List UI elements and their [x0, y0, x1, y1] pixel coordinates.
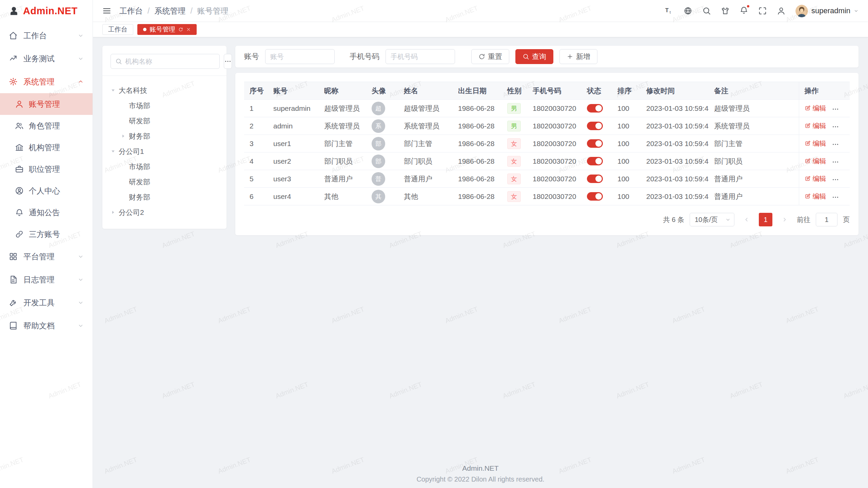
more-actions-button[interactable]: [832, 158, 839, 166]
edit-button[interactable]: 编辑: [805, 121, 826, 130]
status-toggle[interactable]: [587, 157, 603, 165]
caret-collapsed-icon[interactable]: [121, 134, 126, 139]
sidebar-item-help-docs[interactable]: 帮助文档: [0, 314, 93, 337]
column-header-nickname: 昵称: [319, 82, 366, 100]
tree-node[interactable]: 财务部: [111, 128, 218, 144]
status-toggle[interactable]: [587, 104, 603, 113]
sidebar-item-label: 通知公告: [29, 207, 60, 218]
edit-button[interactable]: 编辑: [805, 174, 826, 183]
account-input[interactable]: [265, 49, 335, 64]
search-button[interactable]: 查询: [515, 49, 553, 64]
row-avatar: 部: [372, 155, 385, 168]
language-icon[interactable]: [684, 6, 692, 15]
sidebar-item-label: 系统管理: [23, 77, 55, 87]
more-actions-button[interactable]: [832, 105, 839, 113]
notification-button[interactable]: [739, 6, 748, 16]
tab-account-management[interactable]: 账号管理: [137, 24, 197, 35]
status-toggle[interactable]: [587, 122, 603, 130]
tree-node-label: 市场部: [129, 101, 150, 110]
tree-node[interactable]: 大名科技: [111, 83, 218, 98]
status-toggle[interactable]: [587, 139, 603, 148]
search-label: 查询: [532, 52, 546, 61]
gender-tag: 女: [507, 191, 521, 202]
refresh-icon[interactable]: [178, 27, 183, 32]
edit-button[interactable]: 编辑: [805, 104, 826, 113]
org-search-field[interactable]: [125, 58, 215, 65]
page-number-button[interactable]: 1: [759, 213, 772, 226]
sidebar-item-business-test[interactable]: 业务测试: [0, 47, 93, 70]
cell-name: 部门职员: [398, 152, 453, 170]
caret-expanded-icon[interactable]: [111, 149, 116, 154]
org-tree: 大名科技 市场部 研发部 财务部: [111, 83, 218, 220]
edit-button[interactable]: 编辑: [805, 157, 826, 166]
logo[interactable]: Admin.NET: [0, 0, 93, 22]
sidebar-item-account-management[interactable]: 账号管理: [0, 93, 93, 115]
close-icon[interactable]: [186, 27, 191, 32]
column-header-name: 姓名: [398, 82, 453, 100]
tree-node[interactable]: 分公司2: [111, 205, 218, 220]
org-more-button[interactable]: [224, 54, 232, 69]
edit-button[interactable]: 编辑: [805, 192, 826, 201]
tab-workbench[interactable]: 工作台: [102, 24, 133, 35]
next-page-button[interactable]: [778, 213, 791, 226]
sidebar-item-log-management[interactable]: 日志管理: [0, 268, 93, 291]
sidebar-item-position-management[interactable]: 职位管理: [0, 158, 93, 180]
header-actions: Tt superadmin: [665, 5, 859, 17]
tree-node[interactable]: 研发部: [111, 113, 218, 128]
grid-icon: [9, 252, 18, 261]
breadcrumb-item[interactable]: 系统管理: [154, 6, 185, 16]
status-toggle[interactable]: [587, 192, 603, 201]
goto-page-input[interactable]: [816, 213, 837, 226]
add-button[interactable]: 新增: [559, 49, 597, 64]
user-outline-icon[interactable]: [777, 6, 786, 15]
sidebar-item-third-party-account[interactable]: 三方账号: [0, 223, 93, 245]
cell-account: user3: [268, 170, 319, 188]
more-actions-button[interactable]: [832, 194, 839, 201]
phone-input[interactable]: [386, 49, 455, 64]
tree-node[interactable]: 市场部: [111, 159, 218, 174]
more-actions-button[interactable]: [832, 176, 839, 183]
user-menu[interactable]: superadmin: [795, 5, 859, 17]
tree-node[interactable]: 研发部: [111, 174, 218, 189]
sidebar-item-org-management[interactable]: 机构管理: [0, 137, 93, 158]
cell-birth: 1986-06-28: [453, 135, 502, 152]
more-icon: [224, 58, 232, 65]
theme-skin-icon[interactable]: [721, 6, 730, 15]
notification-badge: [746, 4, 750, 8]
reset-button[interactable]: 重置: [471, 49, 509, 64]
sidebar-item-platform-management[interactable]: 平台管理: [0, 245, 93, 268]
sidebar-item-personal-center[interactable]: 个人中心: [0, 180, 93, 202]
cell-modified: 2023-01-03 10:59:44: [641, 188, 709, 205]
sidebar-item-workbench[interactable]: 工作台: [0, 24, 93, 47]
sidebar-item-dev-tools[interactable]: 开发工具: [0, 291, 93, 314]
sidebar-item-notice[interactable]: 通知公告: [0, 202, 93, 223]
cell-gender: 男: [502, 100, 527, 117]
cell-remark: 普通用户: [709, 170, 799, 188]
tree-node[interactable]: 分公司1: [111, 144, 218, 159]
fullscreen-icon[interactable]: [758, 6, 767, 15]
caret-collapsed-icon[interactable]: [111, 210, 116, 215]
prev-page-button[interactable]: [740, 213, 753, 226]
cell-account: superadmin: [268, 100, 319, 117]
cell-account: user2: [268, 152, 319, 170]
more-actions-button[interactable]: [832, 123, 839, 130]
cell-index: 5: [244, 170, 268, 188]
sidebar-item-system-management[interactable]: 系统管理: [0, 70, 93, 93]
font-size-icon[interactable]: Tt: [665, 6, 674, 15]
org-search-input[interactable]: [111, 54, 220, 69]
tree-node[interactable]: 市场部: [111, 98, 218, 113]
status-toggle[interactable]: [587, 175, 603, 183]
search-icon[interactable]: [702, 6, 711, 15]
table-row: 3user1部门主管部部门主管1986-06-28女18020030720100…: [244, 135, 850, 152]
page-size-select[interactable]: 10条/页: [690, 213, 734, 226]
tree-node[interactable]: 财务部: [111, 189, 218, 205]
breadcrumb-item[interactable]: 工作台: [119, 6, 143, 16]
cell-avatar: 超: [366, 100, 398, 117]
caret-expanded-icon[interactable]: [111, 88, 116, 93]
more-actions-button[interactable]: [832, 141, 839, 148]
menu-collapse-icon[interactable]: [102, 6, 111, 15]
phone-filter-label: 手机号码: [350, 52, 379, 62]
edit-button[interactable]: 编辑: [805, 139, 826, 148]
column-header-remark: 备注: [709, 82, 799, 100]
sidebar-item-role-management[interactable]: 角色管理: [0, 115, 93, 137]
